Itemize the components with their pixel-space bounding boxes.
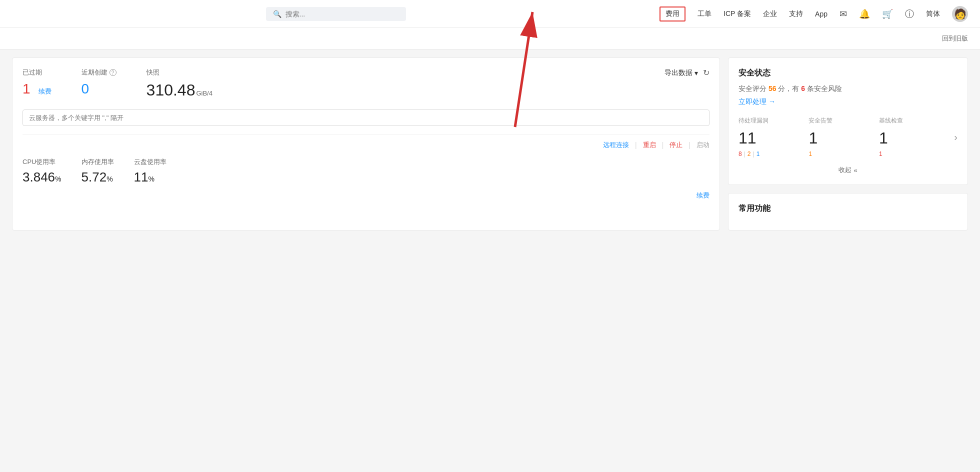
search-bar-row (22, 110, 710, 126)
metrics-row: CPU使用率 3.846% 内存使用率 5.72% 云盘使用率 11% (22, 158, 710, 185)
language-label[interactable]: 简体 (926, 10, 940, 18)
recent-tooltip-icon[interactable]: ? (110, 69, 116, 76)
divider (22, 134, 710, 134)
nav-item-support[interactable]: 支持 (789, 10, 803, 18)
snapshot-label: 快照 (146, 68, 212, 77)
vuln-value: 11 (738, 129, 808, 148)
vuln-tag-2: 2 (748, 150, 751, 158)
functions-title: 常用功能 (738, 204, 958, 214)
vuln-tags: 8 | 2 | 1 (738, 150, 808, 158)
sep1: | (635, 141, 637, 149)
baseline-value: 1 (879, 129, 949, 148)
export-button[interactable]: 导出数据 ▾ (664, 68, 698, 78)
left-panel: 已过期 1 续费 近期创建 ? 0 快照 (12, 58, 720, 230)
help-icon[interactable]: ⓘ (905, 8, 914, 20)
continue-renew-link[interactable]: 续费 (696, 191, 710, 200)
alert-value: 1 (808, 129, 878, 148)
snapshot-stat: 快照 310.48 GiB/4 (146, 68, 212, 100)
baseline-label: 基线检查 (879, 116, 949, 125)
remote-connect-link[interactable]: 远程连接 (603, 140, 629, 150)
alert-label: 安全告警 (808, 116, 878, 125)
continue-link-area: 续费 (22, 191, 710, 200)
cpu-label: CPU使用率 (22, 158, 62, 166)
recent-value: 0 (82, 81, 90, 96)
avatar-image: 🧑 (954, 8, 966, 20)
score-suffix: 分，有 (778, 84, 799, 92)
nav-item-app[interactable]: App (815, 10, 828, 18)
risk-value: 6 (801, 84, 805, 92)
disk-unit: % (148, 175, 154, 183)
stop-button[interactable]: 停止 (670, 140, 682, 150)
vuln-tag-1: 8 (738, 150, 742, 158)
server-search-input[interactable] (22, 110, 710, 126)
main-content: 已过期 1 续费 近期创建 ? 0 快照 (0, 50, 980, 238)
security-card: 安全状态 安全评分 56 分，有 6 条安全风险 立即处理 → 待处理漏洞 11… (728, 58, 968, 185)
expired-label: 已过期 (22, 68, 52, 77)
nav-arrow-area: › (949, 116, 958, 158)
security-score-line: 安全评分 56 分，有 6 条安全风险 (738, 84, 958, 94)
top-navigation: 🔍 费用 工单 ICP 备案 企业 支持 App ✉ 🔔 🛒 ⓘ 简体 🧑 (0, 0, 980, 28)
message-icon[interactable]: ✉ (840, 8, 847, 20)
sec-stat-vuln: 待处理漏洞 11 8 | 2 | 1 (738, 116, 808, 158)
mem-metric: 内存使用率 5.72% (82, 158, 114, 185)
alert-tag-1: 1 (808, 150, 812, 158)
sep2: | (662, 141, 664, 149)
baseline-tags: 1 (879, 150, 949, 158)
snapshot-num: 310.48 (146, 81, 196, 100)
nav-item-fees[interactable]: 费用 (660, 6, 686, 22)
refresh-icon[interactable]: ↻ (703, 68, 710, 78)
disk-value-row: 11% (134, 170, 166, 185)
process-link[interactable]: 立即处理 → (738, 98, 958, 106)
mem-value-row: 5.72% (82, 170, 114, 185)
action-row: 远程连接 | 重启 | 停止 | 启动 (22, 140, 710, 150)
security-stats: 待处理漏洞 11 8 | 2 | 1 安全告警 1 1 (738, 116, 958, 158)
collapse-icon: « (854, 166, 857, 174)
search-area: 🔍 (12, 7, 660, 21)
sec-stat-baseline: 基线检查 1 1 (879, 116, 949, 158)
disk-metric: 云盘使用率 11% (134, 158, 166, 185)
search-icon: 🔍 (273, 10, 282, 18)
cpu-unit: % (55, 175, 61, 183)
stats-row: 已过期 1 续费 近期创建 ? 0 快照 (22, 68, 710, 100)
snapshot-value: 310.48 GiB/4 (146, 81, 212, 100)
functions-card: 常用功能 (728, 193, 968, 230)
baseline-tag-1: 1 (879, 150, 882, 158)
score-value: 56 (768, 84, 776, 92)
mem-value: 5.72 (82, 170, 107, 184)
export-label: 导出数据 (664, 68, 692, 78)
nav-item-enterprise[interactable]: 企业 (763, 10, 777, 18)
cart-icon[interactable]: 🛒 (882, 8, 893, 20)
chevron-down-icon: ▾ (694, 69, 698, 77)
collapse-label: 收起 (838, 166, 852, 174)
bell-icon[interactable]: 🔔 (859, 8, 870, 20)
risk-suffix: 条安全风险 (807, 84, 842, 92)
vuln-tag-3: 1 (756, 150, 760, 158)
vuln-sep-1: | (744, 150, 746, 158)
cpu-metric: CPU使用率 3.846% (22, 158, 62, 185)
search-box[interactable]: 🔍 (266, 7, 406, 21)
alert-tags: 1 (808, 150, 878, 158)
security-title: 安全状态 (738, 68, 958, 78)
expired-value: 1 (22, 81, 30, 97)
vuln-label: 待处理漏洞 (738, 116, 808, 125)
right-panel: 安全状态 安全评分 56 分，有 6 条安全风险 立即处理 → 待处理漏洞 11… (728, 58, 968, 230)
vuln-sep-2: | (753, 150, 754, 158)
renew-link[interactable]: 续费 (38, 87, 52, 96)
collapse-button[interactable]: 收起 « (738, 166, 958, 174)
back-link[interactable]: 回到旧版 (942, 34, 968, 42)
restart-button[interactable]: 重启 (643, 140, 656, 150)
avatar[interactable]: 🧑 (952, 6, 968, 22)
disk-label: 云盘使用率 (134, 158, 166, 166)
nav-forward-icon[interactable]: › (954, 132, 958, 143)
expired-stat: 已过期 1 续费 (22, 68, 52, 100)
search-input[interactable] (286, 10, 386, 18)
disk-value: 11 (134, 170, 148, 184)
sec-stat-alert: 安全告警 1 1 (808, 116, 878, 158)
nav-item-workorder[interactable]: 工单 (698, 10, 712, 18)
score-text: 安全评分 (738, 84, 766, 92)
mem-unit: % (106, 175, 112, 183)
stats-left: 已过期 1 续费 近期创建 ? 0 快照 (22, 68, 212, 100)
nav-item-icp[interactable]: ICP 备案 (724, 10, 751, 18)
start-button[interactable]: 启动 (696, 140, 710, 150)
cpu-value-row: 3.846% (22, 170, 62, 185)
